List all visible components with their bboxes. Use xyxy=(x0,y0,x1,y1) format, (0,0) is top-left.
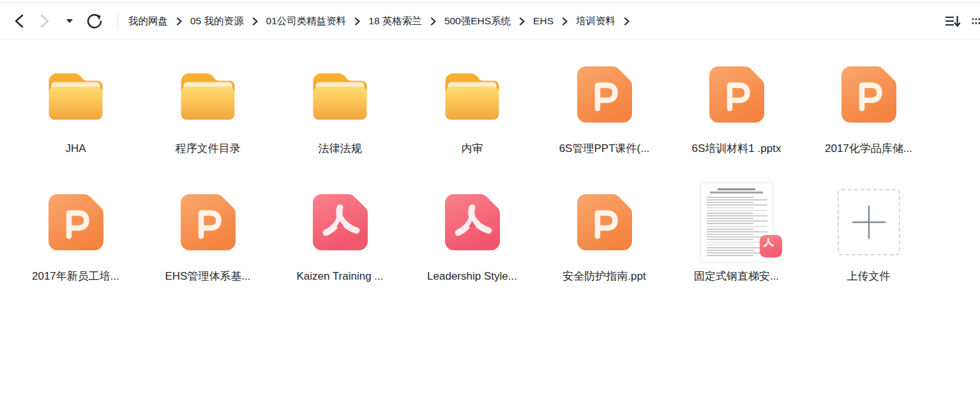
chevron-right-icon xyxy=(624,17,629,26)
ppt-file-icon xyxy=(577,66,632,123)
file-name: 法律法规 xyxy=(319,142,362,156)
breadcrumb-item[interactable]: 18 英格索兰 xyxy=(368,15,422,28)
breadcrumb-item[interactable]: 01公司类精益资料 xyxy=(266,15,347,28)
file-name: 内审 xyxy=(462,142,483,156)
plus-icon xyxy=(851,204,887,240)
file-name: 安全防护指南.ppt xyxy=(562,269,645,284)
chevron-right-icon xyxy=(176,17,182,26)
ppt-file-item[interactable]: EHS管理体系基... xyxy=(142,194,274,284)
ppt-file-item[interactable]: 6S管理PPT课件(... xyxy=(538,66,670,156)
breadcrumb: 我的网盘 05 我的资源 01公司类精益资料 18 英格索兰 500强EHS系统… xyxy=(128,15,638,28)
ppt-file-item[interactable]: 2017年新员工培... xyxy=(10,194,142,284)
file-name: Kaizen Training ... xyxy=(296,269,383,284)
chevron-right-icon xyxy=(562,17,568,26)
chevron-right-icon xyxy=(252,17,258,26)
ppt-file-icon xyxy=(577,194,632,250)
file-name: 固定式钢直梯安... xyxy=(694,269,779,284)
pdf-file-item[interactable]: Leadership Style... xyxy=(406,194,538,284)
ppt-file-icon xyxy=(709,66,764,123)
ppt-file-item[interactable]: 6S培训材料1 .pptx xyxy=(670,66,803,156)
pdf-file-icon xyxy=(313,194,368,250)
folder-item[interactable]: 程序文件目录 xyxy=(142,66,274,156)
breadcrumb-item[interactable]: EHS xyxy=(533,15,554,27)
upload-dropzone[interactable] xyxy=(838,189,900,255)
file-name: 6S管理PPT课件(... xyxy=(559,142,650,156)
ppt-file-item[interactable]: 2017化学品库储... xyxy=(803,66,935,156)
ppt-file-icon xyxy=(49,194,103,250)
pdf-file-item-with-preview[interactable]: 固定式钢直梯安... xyxy=(670,194,803,284)
grid-view-icon[interactable] xyxy=(972,15,980,28)
file-name: 2017年新员工培... xyxy=(32,269,119,284)
file-name: JHA xyxy=(65,142,86,156)
toolbar: 我的网盘 05 我的资源 01公司类精益资料 18 英格索兰 500强EHS系统… xyxy=(0,3,980,40)
sort-icon[interactable] xyxy=(945,15,960,28)
folder-icon xyxy=(177,69,238,120)
chevron-right-icon xyxy=(519,17,525,26)
breadcrumb-item[interactable]: 培训资料 xyxy=(576,15,615,28)
chevron-right-icon xyxy=(430,17,436,26)
pdf-badge-icon xyxy=(760,235,782,257)
file-name: Leadership Style... xyxy=(427,269,517,284)
file-grid: JHA 程序文件目录 法律法规 内审 6S管理PPT课件(... 6S培训材料1… xyxy=(0,40,980,284)
ppt-file-icon xyxy=(841,66,896,123)
chevron-right-icon xyxy=(354,17,360,26)
back-icon[interactable] xyxy=(13,13,26,29)
upload-label: 上传文件 xyxy=(847,269,891,284)
caret-down-icon[interactable] xyxy=(66,19,73,23)
file-name: 6S培训材料1 .pptx xyxy=(692,142,781,156)
folder-item[interactable]: 法律法规 xyxy=(274,66,406,156)
ppt-file-item[interactable]: 安全防护指南.ppt xyxy=(538,194,670,284)
folder-item[interactable]: JHA xyxy=(10,66,142,156)
folder-icon xyxy=(442,69,502,120)
breadcrumb-item[interactable]: 05 我的资源 xyxy=(190,15,244,28)
upload-file-tile[interactable]: 上传文件 xyxy=(803,194,935,284)
breadcrumb-item[interactable]: 500强EHS系统 xyxy=(444,15,511,28)
file-name: EHS管理体系基... xyxy=(165,269,250,284)
folder-item[interactable]: 内审 xyxy=(406,66,538,156)
forward-icon[interactable] xyxy=(38,13,51,29)
document-preview-thumbnail xyxy=(700,183,773,262)
breadcrumb-item[interactable]: 我的网盘 xyxy=(128,15,168,28)
file-name: 程序文件目录 xyxy=(176,142,241,156)
file-name: 2017化学品库储... xyxy=(825,142,912,156)
pdf-file-icon xyxy=(445,194,500,250)
pdf-file-item[interactable]: Kaizen Training ... xyxy=(274,194,406,284)
refresh-icon[interactable] xyxy=(86,13,102,29)
folder-icon xyxy=(310,69,370,120)
toolbar-divider xyxy=(117,11,118,31)
folder-icon xyxy=(45,69,106,120)
ppt-file-icon xyxy=(181,194,236,250)
